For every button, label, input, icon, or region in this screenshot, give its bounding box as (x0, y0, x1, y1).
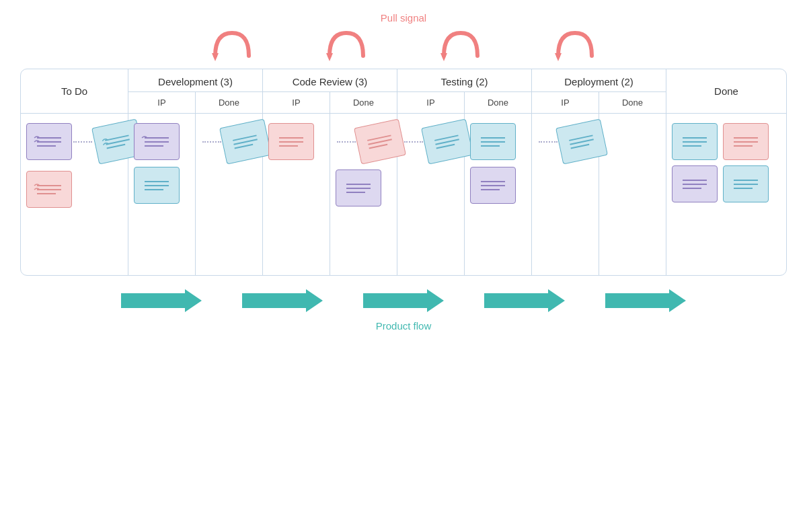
pull-signal-section: Pull signal (0, 0, 807, 66)
svg-marker-0 (212, 53, 219, 61)
card-done-4 (723, 165, 769, 202)
cell-deploy-ip (532, 114, 599, 275)
deploy-subs: IP Done (532, 92, 666, 113)
col-header-cr: Code Review (3) IP Done (263, 69, 397, 113)
card-done-2 (723, 123, 769, 160)
flow-arrow-3 (363, 288, 444, 313)
card-cr-done-1 (336, 169, 381, 206)
dotted-cr-done (337, 141, 356, 143)
dev-ip: IP (128, 92, 196, 113)
svg-marker-3 (555, 53, 562, 61)
flow-arrow-5 (605, 288, 686, 313)
pull-arrows-row (208, 28, 599, 65)
cell-dev-ip (128, 114, 196, 275)
cell-todo (21, 114, 128, 275)
flow-arrow-1 (121, 288, 202, 313)
deploy-title: Deployment (2) (532, 69, 666, 92)
cr-title: Code Review (3) (263, 69, 397, 92)
cell-dev-done (196, 114, 263, 275)
svg-marker-7 (484, 289, 565, 312)
pull-arrow-3 (437, 28, 484, 65)
kanban-body (21, 114, 786, 275)
dotted-deploy-ip (539, 141, 558, 143)
cell-test-done (465, 114, 532, 275)
svg-marker-2 (440, 53, 447, 61)
card-todo-2 (26, 171, 72, 208)
svg-marker-5 (242, 289, 323, 312)
deploy-ip: IP (532, 92, 599, 113)
product-flow-section: Product flow (0, 288, 807, 332)
test-title: Testing (2) (397, 69, 531, 92)
cell-cr-done (330, 114, 397, 275)
test-ip: IP (397, 92, 465, 113)
svg-marker-6 (363, 289, 444, 312)
flow-arrows-row (121, 288, 686, 313)
cell-test-ip (397, 114, 465, 275)
col-header-dev: Development (3) IP Done (128, 69, 263, 113)
cr-subs: IP Done (263, 92, 397, 113)
pull-arrow-4 (551, 28, 599, 65)
card-dev-ip-1 (134, 123, 180, 160)
cell-done (666, 114, 786, 275)
col-header-deploy: Deployment (2) IP Done (532, 69, 666, 113)
pull-arrow-2 (323, 28, 370, 65)
card-test-done-1 (470, 123, 516, 160)
dev-title: Development (3) (128, 69, 262, 92)
pull-signal-label: Pull signal (381, 12, 426, 24)
dotted-dev-done (202, 141, 221, 143)
cr-ip: IP (263, 92, 330, 113)
cell-cr-ip (263, 114, 330, 275)
test-done: Done (465, 92, 531, 113)
svg-marker-1 (326, 53, 333, 61)
dev-done: Done (196, 92, 262, 113)
svg-marker-4 (121, 289, 202, 312)
card-todo-1 (26, 123, 72, 160)
card-cr-ip-1 (268, 123, 314, 160)
card-done-1 (672, 123, 718, 160)
dotted-test-ip (404, 141, 423, 143)
card-dev-ip-2 (134, 167, 180, 204)
card-done-3 (672, 165, 718, 202)
dev-subs: IP Done (128, 92, 262, 113)
col-header-todo: To Do (21, 69, 128, 113)
product-flow-label: Product flow (376, 320, 432, 332)
kanban-board: To Do Development (3) IP Done Code Revie… (20, 69, 787, 276)
card-test-done-2 (470, 167, 516, 204)
flow-arrow-4 (484, 288, 565, 313)
flow-arrow-2 (242, 288, 323, 313)
deploy-done: Done (599, 92, 666, 113)
test-subs: IP Done (397, 92, 531, 113)
col-header-done: Done (666, 69, 786, 113)
pull-arrow-1 (208, 28, 256, 65)
cell-deploy-done (599, 114, 666, 275)
col-header-test: Testing (2) IP Done (397, 69, 532, 113)
cr-done: Done (330, 92, 397, 113)
svg-marker-8 (605, 289, 686, 312)
dotted-line-todo (73, 141, 92, 143)
kanban-header-row: To Do Development (3) IP Done Code Revie… (21, 69, 786, 114)
